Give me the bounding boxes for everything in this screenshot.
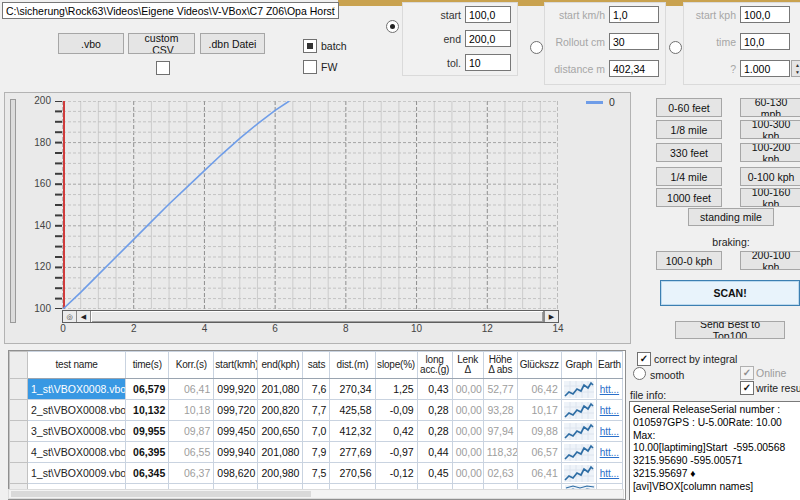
row-selector[interactable] — [10, 400, 28, 421]
column-header[interactable]: start(kmh) — [214, 352, 258, 379]
y-axis-tick-label: 140 — [25, 220, 51, 231]
btn-1000-feet[interactable]: 1000 feet — [656, 188, 722, 207]
btn-0-100-kph[interactable]: 0-100 kph — [740, 167, 800, 186]
table-cell[interactable]: htt... — [596, 442, 622, 463]
range-mode-radio[interactable] — [386, 20, 399, 33]
column-header[interactable]: dist.(m) — [330, 352, 375, 379]
startkmh-input[interactable] — [609, 6, 659, 23]
column-header[interactable]: Glückszz — [517, 352, 561, 379]
column-header[interactable]: sats — [303, 352, 330, 379]
custom-csv-button[interactable]: custom .CSV — [128, 33, 195, 54]
table-cell[interactable] — [561, 442, 596, 463]
column-header[interactable]: test name — [28, 352, 126, 379]
earth-link[interactable]: htt... — [600, 447, 619, 458]
table-row[interactable]: 2_st\VBOX0008.vbo10,13210,18099,720200,8… — [10, 400, 623, 421]
rollout-input[interactable] — [609, 33, 659, 50]
correct-by-integral-checkbox[interactable]: ✓ — [637, 352, 651, 366]
table-cell[interactable]: htt... — [596, 463, 622, 484]
table-cell[interactable] — [561, 400, 596, 421]
scrollbar-thumb[interactable] — [91, 311, 544, 322]
tol-input[interactable] — [465, 54, 511, 71]
smooth-radio[interactable] — [633, 367, 646, 380]
table-cell: 1_st\VBOX0009.vbo — [28, 463, 126, 484]
column-header[interactable]: Earth — [596, 352, 622, 379]
table-cell[interactable] — [561, 421, 596, 442]
end-input[interactable] — [465, 30, 511, 47]
startkph-input[interactable] — [740, 6, 790, 23]
file-info-box[interactable]: General ReleaseSerial number : 010597GPS… — [629, 401, 800, 500]
q-spinner[interactable]: ▲▼ — [791, 60, 800, 77]
row-selector-header[interactable] — [10, 352, 28, 379]
btn-1-8-mile[interactable]: 1/8 mile — [656, 120, 722, 139]
scroll-right-icon[interactable]: ▶ — [544, 311, 558, 322]
earth-link[interactable]: htt... — [600, 384, 619, 395]
time-mode-radio[interactable] — [669, 41, 682, 54]
rollout-mode-radio[interactable] — [530, 41, 543, 54]
btn-1-4-mile[interactable]: 1/4 mile — [656, 167, 722, 186]
vertical-slider-track[interactable] — [10, 99, 16, 323]
btn-100-200-kph[interactable]: 100-200 kph — [740, 143, 800, 162]
earth-link[interactable]: htt... — [600, 468, 619, 479]
row-selector[interactable] — [10, 442, 28, 463]
online-checkbox[interactable]: ✓ — [740, 366, 754, 380]
write-result-file-checkbox[interactable]: ✓ — [740, 381, 754, 395]
table-row[interactable]: 4_st\VBOX0008.vbo06,39506,55099,940201,0… — [10, 442, 623, 463]
column-header[interactable]: Lenk Δ — [452, 352, 483, 379]
spinner-up-icon[interactable]: ▲ — [795, 62, 800, 68]
chart-horizontal-scrollbar[interactable]: ◎ ◀ ▶ — [62, 310, 559, 323]
mini-graph-icon[interactable] — [564, 465, 594, 482]
vbo-button[interactable]: .vbo — [58, 33, 124, 54]
earth-link[interactable]: htt... — [600, 426, 619, 437]
btn-0-60-feet[interactable]: 0-60 feet — [656, 98, 722, 117]
column-header[interactable]: long acc.(g) — [417, 352, 452, 379]
btn-200-100-kph[interactable]: 200-100 kph — [740, 251, 800, 270]
btn-standing-mile[interactable]: standing mile — [688, 208, 774, 226]
csv-option-checkbox[interactable] — [156, 61, 170, 75]
spinner-down-icon[interactable]: ▼ — [795, 69, 800, 75]
scroll-left-icon[interactable]: ◀ — [77, 311, 91, 322]
time-input[interactable] — [740, 33, 790, 50]
mini-graph-icon[interactable] — [564, 423, 594, 440]
table-cell[interactable]: htt... — [596, 379, 622, 400]
btn-100-160-kph[interactable]: 100-160 kph — [740, 188, 800, 207]
table-row[interactable]: 1_st\VBOX0008.vbo06,57906,41099,920201,0… — [10, 379, 623, 400]
scan-button[interactable]: SCAN! — [660, 280, 800, 306]
table-row[interactable]: 1_st\VBOX0009.vbo06,34506,37098,620200,9… — [10, 463, 623, 484]
column-header[interactable]: Graph — [561, 352, 596, 379]
table-scrollbar-thumb[interactable] — [11, 491, 311, 497]
table-cell[interactable]: htt... — [596, 400, 622, 421]
table-cell[interactable]: htt... — [596, 421, 622, 442]
column-header[interactable]: time(s) — [126, 352, 169, 379]
time-label: time — [686, 36, 736, 48]
fw-checkbox[interactable] — [303, 60, 317, 74]
row-selector[interactable] — [10, 421, 28, 442]
row-selector[interactable] — [10, 463, 28, 484]
btn-60-130-mph[interactable]: 60-130 mph — [740, 98, 800, 117]
column-header[interactable]: Höhe Δ abs — [483, 352, 517, 379]
zoom-reset-icon[interactable]: ◎ — [63, 311, 77, 322]
btn-100-0-kph[interactable]: 100-0 kph — [656, 251, 722, 270]
table-cell[interactable] — [561, 463, 596, 484]
x-axis-tick-label: 8 — [334, 323, 358, 334]
mini-graph-icon[interactable] — [564, 381, 594, 398]
row-selector[interactable] — [10, 379, 28, 400]
dbn-datei-button[interactable]: .dbn Datei — [200, 33, 265, 54]
column-header[interactable]: end(kph) — [258, 352, 303, 379]
start-input[interactable] — [465, 6, 511, 23]
mini-graph-icon[interactable] — [564, 444, 594, 461]
mini-graph-icon[interactable] — [564, 402, 594, 419]
earth-link[interactable]: htt... — [600, 405, 619, 416]
table-cell[interactable] — [561, 379, 596, 400]
table-row[interactable]: 3_st\VBOX0008.vbo09,95509,87099,450200,6… — [10, 421, 623, 442]
btn-330-feet[interactable]: 330 feet — [656, 143, 722, 162]
send-best-top100-button[interactable]: Send Best to Top100 — [675, 321, 785, 339]
file-path-input[interactable] — [2, 2, 339, 19]
q-input[interactable] — [740, 60, 790, 77]
batch-checkbox[interactable] — [303, 39, 317, 53]
distance-input[interactable] — [609, 60, 659, 77]
table-horizontal-scrollbar[interactable] — [8, 489, 624, 499]
column-header[interactable]: Korr.(s) — [169, 352, 214, 379]
column-header[interactable]: slope(%) — [375, 352, 417, 379]
btn-100-300-kph[interactable]: 100-300 kph — [740, 120, 800, 139]
speed-plot[interactable] — [53, 101, 558, 309]
